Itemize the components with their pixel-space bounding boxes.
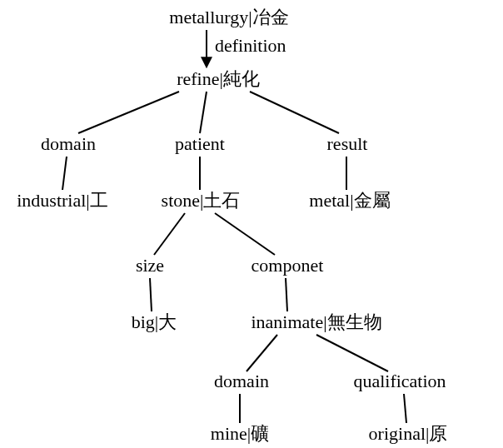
node-mine: mine|礦 [211,423,269,444]
node-inanimate: inanimate|無生物 [251,311,381,332]
node-refine: refine|純化 [177,68,260,89]
edge-refine-result [250,92,339,133]
node-qualification: qualification [353,371,446,391]
node-domain2: domain [214,371,269,391]
edge-refine-domain [78,92,179,133]
edge-stone-componet [215,213,275,255]
node-domain1: domain [41,133,96,154]
node-size: size [136,255,164,276]
edge-label-definition: definition [215,35,286,56]
edge-inanimate-domain [247,335,277,371]
node-componet: componet [252,255,324,276]
edge-componet-inanimate [286,278,287,311]
edge-inanimate-qualification [316,335,388,371]
edge-qualification-original [404,394,406,423]
node-metallurgy: metallurgy|冶金 [169,7,288,27]
node-patient: patient [175,133,225,154]
node-big: big|大 [132,311,177,332]
edge-refine-patient [200,92,207,133]
node-metal: metal|金屬 [309,190,390,211]
node-industrial: industrial|工 [17,190,108,211]
node-original: original|原 [369,423,448,444]
edge-stone-size [154,213,185,255]
edge-size-big [150,278,152,311]
node-stone: stone|土石 [162,190,241,211]
node-result: result [327,133,368,154]
edge-domain-industrial [62,157,67,190]
